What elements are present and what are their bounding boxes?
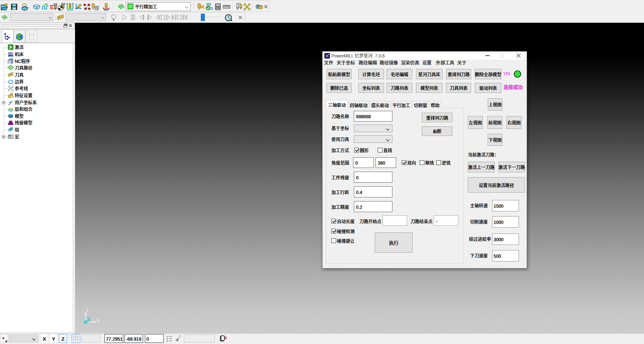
svg-text:z: z <box>167 340 168 342</box>
svg-text:Y: Y <box>86 307 90 313</box>
svg-text:X: X <box>97 317 100 323</box>
